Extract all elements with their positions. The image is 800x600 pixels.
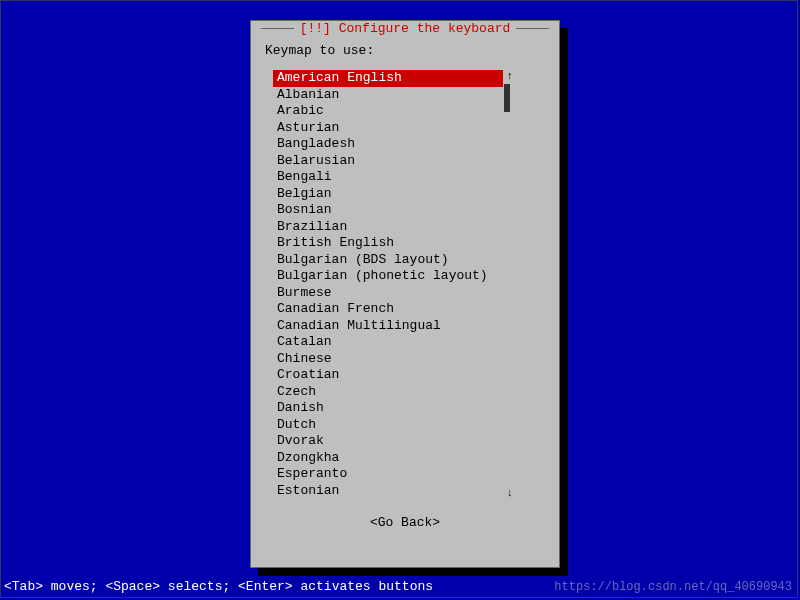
prompt-label: Keymap to use: [265, 43, 545, 58]
dialog-title: [!!] Configure the keyboard [294, 21, 517, 36]
list-item[interactable]: British English [273, 235, 503, 252]
list-item[interactable]: Bulgarian (phonetic layout) [273, 268, 503, 285]
scrollbar[interactable]: ↑ ↓ [503, 70, 511, 499]
list-item[interactable]: Bangladesh [273, 136, 503, 153]
list-item[interactable]: Arabic [273, 103, 503, 120]
list-item[interactable]: Chinese [273, 351, 503, 368]
keymap-list[interactable]: American EnglishAlbanianArabicAsturianBa… [273, 70, 503, 499]
scroll-down-icon[interactable]: ↓ [506, 487, 513, 499]
list-item[interactable]: Dutch [273, 417, 503, 434]
list-item[interactable]: Belgian [273, 186, 503, 203]
list-item[interactable]: Bosnian [273, 202, 503, 219]
list-item[interactable]: Czech [273, 384, 503, 401]
list-item[interactable]: Canadian Multilingual [273, 318, 503, 335]
configure-keyboard-dialog: [!!] Configure the keyboard Keymap to us… [250, 20, 560, 568]
list-item[interactable]: American English [273, 70, 503, 87]
list-item[interactable]: Belarusian [273, 153, 503, 170]
list-item[interactable]: Estonian [273, 483, 503, 500]
watermark: https://blog.csdn.net/qq_40690943 [554, 580, 792, 594]
list-item[interactable]: Burmese [273, 285, 503, 302]
list-item[interactable]: Danish [273, 400, 503, 417]
scroll-thumb[interactable] [504, 84, 510, 112]
list-item[interactable]: Dzongkha [273, 450, 503, 467]
list-item[interactable]: Esperanto [273, 466, 503, 483]
list-item[interactable]: Albanian [273, 87, 503, 104]
list-item[interactable]: Canadian French [273, 301, 503, 318]
list-item[interactable]: Croatian [273, 367, 503, 384]
list-item[interactable]: Bengali [273, 169, 503, 186]
list-item[interactable]: Bulgarian (BDS layout) [273, 252, 503, 269]
list-item[interactable]: Brazilian [273, 219, 503, 236]
keymap-list-container: American EnglishAlbanianArabicAsturianBa… [265, 70, 545, 499]
list-item[interactable]: Asturian [273, 120, 503, 137]
scroll-up-icon[interactable]: ↑ [506, 70, 513, 82]
go-back-button[interactable]: <Go Back> [265, 515, 545, 530]
help-bar: <Tab> moves; <Space> selects; <Enter> ac… [4, 579, 433, 594]
dialog-content: Keymap to use: American EnglishAlbanianA… [251, 21, 559, 538]
list-item[interactable]: Dvorak [273, 433, 503, 450]
list-item[interactable]: Catalan [273, 334, 503, 351]
